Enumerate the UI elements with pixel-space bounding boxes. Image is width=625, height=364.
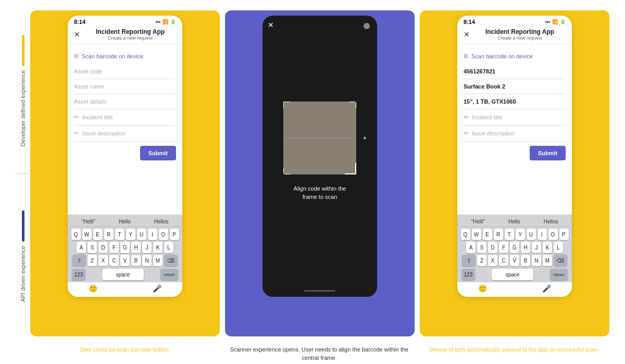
key-o-3[interactable]: O (548, 229, 558, 240)
key-space-1[interactable]: space (102, 269, 144, 280)
key-d-3[interactable]: D (488, 242, 497, 253)
circle-indicator (364, 23, 370, 29)
key-i-3[interactable]: I (538, 229, 547, 240)
key-h-1[interactable]: H (131, 242, 141, 253)
emoji-icon-3[interactable]: 🙂 (478, 284, 487, 293)
key-b-3[interactable]: B (521, 255, 530, 266)
phone-header-1: ✕ Incident Reporting App Create a new re… (68, 26, 182, 44)
key-c-1[interactable]: C (109, 255, 119, 266)
scanner-bottom (262, 287, 377, 297)
issue-desc-field-1[interactable]: ✏ Issue description (74, 125, 176, 142)
key-e-3[interactable]: E (483, 229, 492, 240)
key-c-3[interactable]: C (499, 255, 508, 266)
key-r-1[interactable]: R (104, 229, 114, 240)
suggestion-1a[interactable]: "Helli" (78, 218, 98, 225)
mic-icon-1[interactable]: 🎤 (153, 284, 161, 293)
key-n-3[interactable]: N (532, 255, 541, 266)
key-u-3[interactable]: U (527, 229, 536, 240)
key-b-1[interactable]: B (131, 255, 141, 266)
key-p-1[interactable]: P (170, 229, 179, 240)
yellow-bar-top (22, 35, 24, 66)
suggestion-3c[interactable]: Hellos (541, 218, 561, 225)
suggestion-3b[interactable]: Hello (505, 218, 523, 225)
key-j-3[interactable]: J (532, 242, 541, 253)
key-m-1[interactable]: M (153, 255, 162, 266)
suggestion-1c[interactable]: Hellos (151, 218, 172, 225)
key-y-1[interactable]: Y (126, 229, 135, 240)
key-s-1[interactable]: S (88, 242, 97, 253)
scan-row-3[interactable]: ⌗ Scan barcode on device (464, 48, 566, 64)
suggestion-3a[interactable]: "Helli" (468, 218, 488, 225)
key-a-3[interactable]: A (466, 242, 476, 253)
key-a-1[interactable]: A (77, 242, 86, 253)
key-n-1[interactable]: N (142, 255, 152, 266)
key-v-3[interactable]: V (510, 255, 519, 266)
key-t-3[interactable]: T (505, 229, 514, 240)
key-x-1[interactable]: X (98, 255, 108, 266)
key-t-1[interactable]: T (115, 229, 124, 240)
key-i-1[interactable]: I (148, 229, 157, 240)
key-d-1[interactable]: D (98, 242, 108, 253)
key-123-1[interactable]: 123 (72, 269, 85, 280)
key-q-1[interactable]: Q (71, 229, 81, 240)
asset-code-field-1[interactable]: Asset code (74, 64, 176, 79)
suggestion-1b[interactable]: Hello (116, 218, 134, 225)
emoji-icon-1[interactable]: 🙂 (89, 284, 97, 293)
key-space-3[interactable]: space (492, 269, 533, 280)
key-x-3[interactable]: X (488, 255, 497, 266)
key-k-3[interactable]: K (543, 242, 552, 253)
asset-code-value-3: 4561267821 (464, 68, 495, 74)
key-f-1[interactable]: F (109, 242, 119, 253)
key-w-3[interactable]: W (472, 229, 481, 240)
key-p-3[interactable]: P (559, 229, 569, 240)
phones-area: 8:14 ▪▪▪ 📶 🔋 ✕ Incident Reporting App Cr… (30, 10, 609, 336)
key-g-1[interactable]: G (120, 242, 130, 253)
submit-button-3[interactable]: Submit (530, 146, 566, 160)
key-k-1[interactable]: K (153, 242, 162, 253)
incident-title-field-3[interactable]: ✏ Incident title (464, 109, 566, 125)
key-shift-1[interactable]: ⇧ (72, 255, 86, 266)
time-3: 8:14 (464, 19, 475, 25)
phone-column-3: 8:14 ▪▪▪ 📶 🔋 ✕ Incident Reporting App Cr… (420, 10, 609, 336)
key-delete-3[interactable]: ⌫ (554, 255, 567, 266)
key-l-3[interactable]: L (554, 242, 563, 253)
close-icon-3[interactable]: ✕ (464, 30, 470, 39)
close-icon-1[interactable]: ✕ (74, 30, 80, 39)
key-r-3[interactable]: R (494, 229, 503, 240)
key-return-1[interactable]: return (160, 269, 178, 280)
incident-title-field-1[interactable]: ✏ Incident title (74, 109, 176, 125)
key-j-1[interactable]: J (142, 242, 152, 253)
asset-name-field-1[interactable]: Asset name (74, 79, 176, 94)
key-w-1[interactable]: W (82, 229, 92, 240)
key-delete-1[interactable]: ⌫ (164, 255, 178, 266)
key-return-3[interactable]: return (550, 269, 568, 280)
app-title-1: Incident Reporting App (84, 28, 176, 35)
scanner-line (283, 138, 356, 139)
mic-icon-3[interactable]: 🎤 (542, 284, 551, 293)
key-g-3[interactable]: G (510, 242, 519, 253)
key-v-1[interactable]: V (120, 255, 130, 266)
key-o-1[interactable]: O (159, 229, 168, 240)
key-z-1[interactable]: Z (88, 255, 97, 266)
key-e-1[interactable]: E (93, 229, 103, 240)
key-f-3[interactable]: F (499, 242, 508, 253)
scan-row-1[interactable]: ⌗ Scan barcode on device (74, 48, 176, 64)
submit-button-1[interactable]: Submit (140, 146, 176, 160)
key-s-3[interactable]: S (477, 242, 486, 253)
key-q-3[interactable]: Q (461, 229, 470, 240)
corner-bl (283, 168, 290, 174)
key-h-3[interactable]: H (521, 242, 530, 253)
key-l-1[interactable]: L (164, 242, 173, 253)
key-123-3[interactable]: 123 (461, 269, 475, 280)
scanner-close-icon[interactable]: ✕ (268, 21, 274, 29)
key-y-3[interactable]: Y (516, 229, 525, 240)
key-m-3[interactable]: M (543, 255, 552, 266)
key-z-3[interactable]: Z (477, 255, 486, 266)
signal-icon-1: ▪▪▪ (155, 19, 160, 24)
left-labels: Developer defined experience API driven … (16, 10, 30, 336)
status-icons-1: ▪▪▪ 📶 🔋 (155, 19, 176, 24)
key-u-1[interactable]: U (137, 229, 146, 240)
key-shift-3[interactable]: ⇧ (462, 255, 476, 266)
asset-details-field-1[interactable]: Asset details (74, 94, 176, 109)
issue-desc-field-3[interactable]: ✏ Issue description (464, 125, 566, 142)
